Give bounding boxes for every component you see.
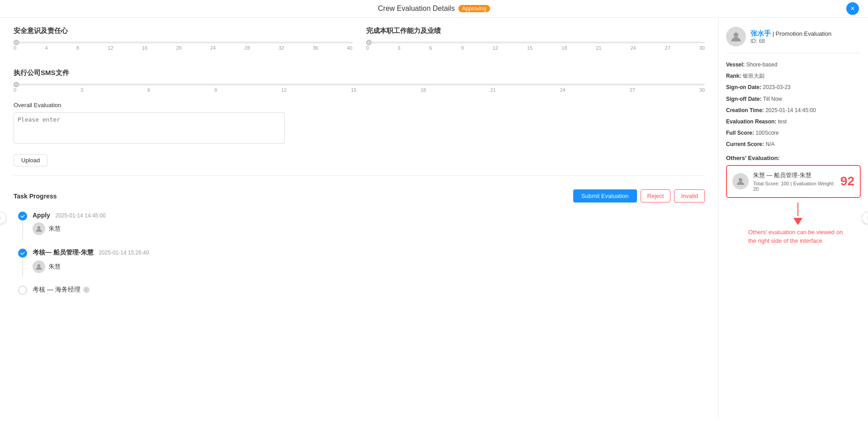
annotation-arrow-down [793, 218, 802, 225]
page-title: Crew Evaluation Details [378, 5, 455, 13]
profile-eval-type: | Promotion Evaluation [773, 30, 832, 37]
performance-slider-thumb[interactable] [366, 40, 372, 45]
timeline-review1-avatar: 朱慧 [33, 260, 705, 273]
close-button[interactable]: × [846, 2, 859, 15]
invalid-button[interactable]: Invalid [674, 189, 705, 203]
sign-on-label: Sign-on Date: [726, 84, 761, 90]
timeline-content-apply: Apply 2025-01-14 14:45:00 朱慧 [33, 212, 705, 235]
eval-card-user-icon [736, 177, 745, 186]
creation-label: Creation Time: [726, 107, 764, 113]
profile-vessel-row: Vessel: Shore-based [726, 61, 861, 69]
action-buttons: Submit Evaluation Reject Invalid [573, 189, 705, 203]
profile-rank-row: Rank: 银班大副 [726, 72, 861, 80]
svg-point-1 [38, 264, 40, 267]
sms-slider-thumb[interactable] [14, 82, 19, 87]
safety-slider-thumb[interactable] [14, 40, 19, 45]
performance-title: 完成本职工作能力及业绩 [366, 27, 705, 35]
vessel-value: Shore-based [746, 61, 778, 68]
bottom-header: Task Progress Submit Evaluation Reject I… [14, 189, 705, 203]
profile-name: 张水手 [750, 29, 771, 37]
safety-slider-labels: 0 4 8 12 16 20 24 28 32 36 40 [14, 45, 353, 51]
sms-slider-track[interactable] [14, 84, 705, 85]
profile-signoff-row: Sign-off Date: Till Now [726, 95, 861, 104]
timeline: Apply 2025-01-14 14:45:00 朱慧 [14, 212, 705, 295]
profile-id: ID: 68 [750, 38, 831, 44]
creation-value: 2025-01-14 14:45:00 [765, 107, 816, 113]
safety-slider-track-wrapper [14, 42, 353, 43]
timeline-dot-wrapper-review2 [18, 286, 27, 295]
eval-card-info: 朱慧 — 船员管理-朱慧 Total Score: 100 | Evaluati… [753, 171, 836, 192]
main-layout: ‹ 安全意识及责任心 0 4 8 12 16 [0, 18, 868, 418]
sms-slider-labels: 0 3 6 9 12 15 18 21 24 27 30 [14, 87, 705, 93]
top-sections: 安全意识及责任心 0 4 8 12 16 20 24 [14, 27, 705, 60]
full-score-label: Full Score: [726, 130, 754, 136]
user-icon-review1 [35, 263, 42, 270]
eval-card: 朱慧 — 船员管理-朱慧 Total Score: 100 | Evaluati… [726, 165, 861, 198]
panel-toggle-left-button[interactable]: ‹ [0, 212, 6, 224]
page-header: Crew Evaluation Details Approving × [0, 0, 868, 18]
vessel-label: Vessel: [726, 61, 745, 68]
profile-signon-row: Sign-on Date: 2023-03-23 [726, 83, 861, 92]
eval-card-score: 92 [840, 174, 854, 188]
sms-title: 执行公司SMS文件 [14, 69, 705, 77]
safety-title: 安全意识及责任心 [14, 27, 353, 35]
sms-slider-container: 0 3 6 9 12 15 18 21 24 27 30 [14, 84, 705, 93]
svg-point-2 [734, 33, 738, 37]
sms-slider-track-wrapper [14, 84, 705, 85]
timeline-content-review2: 考核 — 海务经理 i [33, 286, 705, 294]
svg-point-0 [38, 226, 40, 229]
others-evaluation-section: Others' Evaluation: 朱慧 — 船员管理-朱慧 Total S… [726, 155, 861, 198]
full-score-value: 100Score [755, 130, 778, 136]
current-score-value: N/A [765, 141, 774, 147]
timeline-review1-person: 朱慧 [49, 263, 61, 271]
profile-info: 张水手 | Promotion Evaluation ID: 68 [750, 29, 831, 44]
submit-evaluation-button[interactable]: Submit Evaluation [573, 189, 637, 203]
profile-user-icon [730, 31, 742, 42]
performance-slider-track-wrapper [366, 42, 705, 43]
annotation-section: Others' evaluation can be viewed on the … [735, 203, 861, 245]
performance-slider-track[interactable] [366, 42, 705, 43]
timeline-item-apply: Apply 2025-01-14 14:45:00 朱慧 [18, 212, 705, 240]
svg-point-3 [739, 178, 742, 182]
timeline-dot-wrapper-review1 [18, 249, 27, 277]
section-divider [14, 175, 705, 176]
sign-on-value: 2023-03-23 [763, 84, 790, 90]
profile-current-score-row: Current Score: N/A [726, 140, 861, 149]
profile-name-row: 张水手 | Promotion Evaluation [750, 29, 831, 38]
overall-evaluation-label: Overall Evaluation [14, 102, 705, 108]
timeline-apply-avatar: 朱慧 [33, 222, 705, 235]
timeline-apply-time: 2025-01-14 14:45:00 [56, 212, 106, 219]
current-score-label: Current Score: [726, 141, 764, 147]
others-evaluation-label: Others' Evaluation: [726, 155, 861, 161]
timeline-dot-apply [18, 212, 27, 221]
performance-section: 完成本职工作能力及业绩 0 3 6 9 12 15 18 [366, 27, 705, 60]
timeline-review2-title-row: 考核 — 海务经理 i [33, 286, 705, 294]
overall-evaluation-section: Overall Evaluation [14, 102, 705, 145]
eval-reason-value: test [778, 118, 787, 125]
profile-avatar [726, 27, 746, 47]
profile-creation-row: Creation Time: 2025-01-14 14:45:00 [726, 106, 861, 115]
timeline-review1-time: 2025-01-14 15:26:40 [99, 250, 149, 256]
avatar-apply [33, 222, 45, 235]
eval-card-avatar [732, 173, 749, 189]
timeline-apply-person: 朱慧 [49, 225, 61, 233]
timeline-content-review1: 考核— 船员管理-朱慧 2025-01-14 15:26:40 朱慧 [33, 249, 705, 273]
overall-evaluation-input[interactable] [14, 112, 285, 144]
performance-slider-container: 0 3 6 9 12 15 18 21 24 27 30 [366, 42, 705, 51]
info-icon-review2: i [83, 287, 90, 293]
timeline-dot-wrapper-apply [18, 212, 27, 240]
sms-section: 执行公司SMS文件 0 3 6 9 12 15 18 21 24 [14, 69, 705, 93]
upload-button[interactable]: Upload [14, 154, 47, 166]
safety-slider-track[interactable] [14, 42, 353, 43]
performance-slider-labels: 0 3 6 9 12 15 18 21 24 27 30 [366, 45, 705, 51]
upload-section: Upload [14, 154, 705, 166]
user-icon-apply [35, 225, 42, 232]
checkmark-icon-review1 [20, 250, 25, 256]
panel-toggle-right-button[interactable]: › [862, 212, 868, 224]
eval-card-score-text: Total Score: 100 | Evaluation Weight: 20 [753, 181, 836, 192]
timeline-review1-title: 考核— 船员管理-朱慧 [33, 249, 94, 256]
content-area: ‹ 安全意识及责任心 0 4 8 12 16 [0, 18, 719, 418]
sign-off-value: Till Now [763, 96, 782, 102]
timeline-item-review2: 考核 — 海务经理 i [18, 286, 705, 295]
reject-button[interactable]: Reject [641, 189, 671, 203]
